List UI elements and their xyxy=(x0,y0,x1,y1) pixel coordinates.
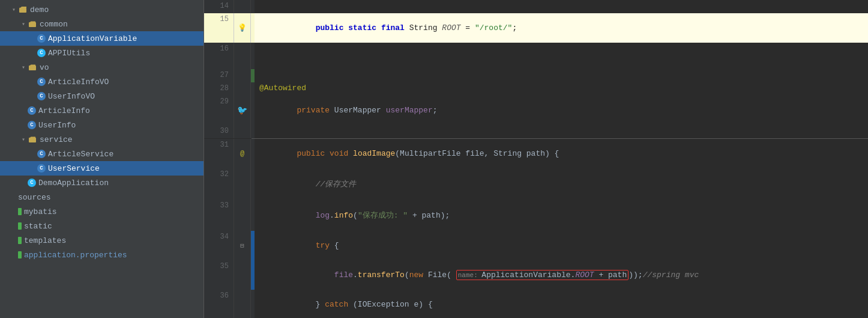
arrow-service xyxy=(19,136,28,143)
annotation-29[interactable]: 🐦 xyxy=(234,96,251,125)
line-number-27: 27 xyxy=(204,69,234,82)
tree-item-templates[interactable]: templates xyxy=(0,233,203,248)
code-content: 14 15 💡 public static final String ROOT … xyxy=(204,0,868,318)
annotation-33 xyxy=(234,200,251,231)
tree-label-templates: templates xyxy=(24,236,66,245)
svg-rect-3 xyxy=(29,138,36,142)
annotation-31: @ xyxy=(234,139,251,168)
annotation-32 xyxy=(234,168,251,200)
line-content-27 xyxy=(255,69,868,82)
tree-item-articleinfovo[interactable]: C ArticleInfoVO xyxy=(0,75,203,89)
tree-item-articleinfo[interactable]: C ArticleInfo xyxy=(0,103,203,118)
tree-item-static[interactable]: static xyxy=(0,219,203,233)
tree-label-demo: demo xyxy=(30,5,49,14)
tree-label-articleinfo: ArticleInfo xyxy=(38,106,90,115)
tree-item-demoapplication[interactable]: C DemoApplication xyxy=(0,176,203,190)
line-content-32: //保存文件 xyxy=(255,168,868,200)
class-icon-demoapplication: C xyxy=(28,179,36,187)
line-number-29: 29 xyxy=(204,96,234,125)
arrow-vo xyxy=(19,64,28,71)
line-content-28: @Autowired xyxy=(255,82,868,96)
code-line-35: 35 file.transferTo(new File( name: Appli… xyxy=(204,260,868,290)
code-line-30: 30 xyxy=(204,125,868,138)
class-icon-userinfo: C xyxy=(28,121,36,129)
annotation-34: ⊟ xyxy=(234,231,251,260)
tree-label-userinfo: UserInfo xyxy=(38,121,76,130)
class-icon-applicationvariable: C xyxy=(37,34,46,43)
line-content-34: try { xyxy=(255,231,868,260)
line-number-dots xyxy=(204,56,234,69)
tree-item-userservice[interactable]: C UserService xyxy=(0,161,203,176)
tree-label-applicationvariable: ApplicationVariable xyxy=(48,34,137,43)
line-content-36: } catch (IOException e) { xyxy=(255,290,868,318)
code-line-27: 27 xyxy=(204,69,868,82)
tree-label-userservice: UserService xyxy=(48,164,100,173)
code-line-28: 28 @Autowired xyxy=(204,82,868,96)
svg-rect-2 xyxy=(29,66,36,70)
tree-item-demo[interactable]: demo xyxy=(0,2,203,17)
tree-label-userinfovo: UserInfoVO xyxy=(48,92,95,101)
class-icon-userinfovo: C xyxy=(37,92,46,100)
class-icon-userservice: C xyxy=(37,164,46,173)
line-number-36: 36 xyxy=(204,290,234,318)
arrow-common xyxy=(19,20,28,28)
tree-item-mybatis[interactable]: mybatis xyxy=(0,204,203,219)
tree-item-applicationproperties[interactable]: application.properties xyxy=(0,248,203,262)
tree-item-service[interactable]: service xyxy=(0,132,203,147)
tree-item-appiutils[interactable]: C APPIUtils xyxy=(0,46,203,60)
code-line-33: 33 log.info("保存成功: " + path); xyxy=(204,200,868,231)
line-number-33: 33 xyxy=(204,200,234,231)
code-editor[interactable]: 14 15 💡 public static final String ROOT … xyxy=(204,0,868,318)
tree-label-sources: sources xyxy=(18,193,51,202)
annotation-dots xyxy=(234,56,251,69)
bird-icon: 🐦 xyxy=(237,105,247,115)
annotation-35 xyxy=(234,260,251,290)
line-content-14 xyxy=(255,0,868,13)
tree-label-mybatis: mybatis xyxy=(24,207,57,216)
svg-rect-1 xyxy=(29,22,36,27)
tree-label-applicationproperties: application.properties xyxy=(24,251,127,260)
arrow-demo xyxy=(10,6,18,13)
collapse-icon-34[interactable]: ⊟ xyxy=(240,242,244,249)
annotation-15[interactable]: 💡 xyxy=(234,13,251,43)
line-number-31: 31 xyxy=(204,139,234,168)
annotation-14 xyxy=(234,0,251,13)
code-line-29: 29 🐦 private UserMapper userMapper; xyxy=(204,96,868,125)
tree-label-service: service xyxy=(40,135,73,144)
line-content-35: file.transferTo(new File( name: Applicat… xyxy=(255,260,868,290)
line-number-35: 35 xyxy=(204,260,234,290)
class-icon-articleinfovo: C xyxy=(37,78,46,86)
line-number-34: 34 xyxy=(204,231,234,260)
tree-label-articleinfovo: ArticleInfoVO xyxy=(48,78,109,87)
tree-label-vo: vo xyxy=(40,63,49,72)
folder-icon-service xyxy=(28,135,37,144)
tree-item-userinfovo[interactable]: C UserInfoVO xyxy=(0,89,203,103)
annotation-28 xyxy=(234,82,251,96)
code-line-16: 16 xyxy=(204,43,868,56)
folder-icon-vo xyxy=(28,63,37,72)
line-number-14: 14 xyxy=(204,0,234,13)
line-content-15: public static final String ROOT = "/root… xyxy=(255,13,868,43)
bar-icon-templates xyxy=(18,237,22,244)
tree-item-applicationvariable[interactable]: C ApplicationVariable xyxy=(0,31,203,46)
tree-item-articleservice[interactable]: C ArticleService xyxy=(0,147,203,161)
line-number-15: 15 xyxy=(204,13,234,43)
code-line-31: 31 @ public void loadImage(MultipartFile… xyxy=(204,139,868,168)
svg-rect-0 xyxy=(19,8,26,13)
tree-item-userinfo[interactable]: C UserInfo xyxy=(0,118,203,132)
tree-item-sources[interactable]: sources xyxy=(0,190,203,204)
line-content-31: public void loadImage(MultipartFile file… xyxy=(255,139,868,168)
line-number-30: 30 xyxy=(204,125,234,138)
tree-item-common[interactable]: common xyxy=(0,17,203,31)
tree-label-appiutils: APPIUtils xyxy=(48,49,90,58)
tree-label-static: static xyxy=(24,222,52,231)
tree-label-articleservice: ArticleService xyxy=(48,150,113,159)
line-number-32: 32 xyxy=(204,168,234,200)
code-line-dots xyxy=(204,56,868,69)
tree-item-vo[interactable]: vo xyxy=(0,60,203,75)
class-icon-articleinfo: C xyxy=(28,106,36,115)
line-content-16 xyxy=(255,43,868,56)
code-line-32: 32 //保存文件 xyxy=(204,168,868,200)
line-number-28: 28 xyxy=(204,82,234,96)
code-line-36: 36 } catch (IOException e) { xyxy=(204,290,868,318)
